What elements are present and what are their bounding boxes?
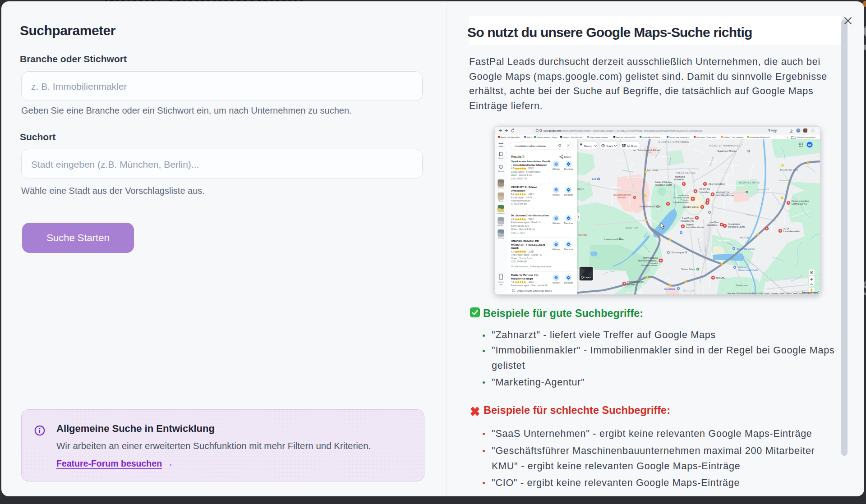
svg-text:Immobilien Münster: Immobilien Münster [716,194,734,197]
svg-text:immobilienmakler münster: immobilienmakler münster [515,145,546,147]
svg-text:Flaschenpost SE: Flaschenpost SE [672,252,687,254]
svg-text:Server-side tracking a...: Server-side tracking a... [669,136,690,138]
svg-text:app: app [499,284,502,285]
svg-text:IMMOBILIENMAKLER: IMMOBILIENMAKLER [511,240,539,243]
svg-text:Rating: Rating [584,144,592,147]
svg-text:(74): (74) [528,218,532,220]
svg-text:GmbH: GmbH [511,247,519,249]
svg-text:MAURITZ-OST: MAURITZ-OST [780,169,798,171]
svg-text:Immobilien...: Immobilien... [707,224,719,226]
svg-text:Open · Closes 6 pm ·: Open · Closes 6 pm · [511,174,534,176]
svg-text:Immobilienmakler: Immobilienmakler [627,281,644,283]
svg-text:Google: Google [683,289,695,293]
svg-text:Immobilien GmbH: Immobilien GmbH [655,184,672,186]
svg-text:Website: Website [553,282,560,284]
svg-text:Directions: Directions [564,282,573,284]
svg-text:Skaters Palace: Skaters Palace [681,268,695,270]
svg-text:DREIZLER: DREIZLER [700,188,710,191]
svg-text:Albers Immobilien: Albers Immobilien [709,183,725,185]
svg-text:GmbH & Co. KG: GmbH & Co. KG [792,203,807,205]
svg-text:Leads Alaia & Moritz ...: Leads Alaia & Moritz ... [642,136,663,138]
svg-text:Münster Immobilien..: Münster Immobilien.. [638,260,658,262]
svg-text:Neubrückenstraße: Neubrückenstraße [511,199,530,202]
svg-text:Get the: Get the [498,281,503,283]
svg-text:https​://www.routema...: https​://www.routema... [590,136,609,138]
svg-text:4.9: 4.9 [511,218,515,220]
svg-text:Altwetterzoo-Münster: Altwetterzoo-Münster [604,238,624,241]
svg-text:Immobilien Münster: Immobilien Münster [686,226,705,229]
svg-text:Technologiepark Münster: Technologiepark Münster [637,149,661,151]
svg-text:Immobilien GmbH: Immobilien GmbH [728,226,745,228]
svg-text:MÜNSTER-UPPENBERG: MÜNSTER-UPPENBERG [659,141,689,143]
svg-text:Münster: Münster [498,187,504,189]
svg-text:0251 59831730: 0251 59831730 [511,177,527,180]
svg-text:Müller & Fabritius: Müller & Fabritius [655,181,672,183]
svg-text:Immobilien 4K: Immobilien 4K [681,220,694,222]
svg-text:Directions: Directions [564,248,573,251]
svg-text:(60): (60) [528,167,532,170]
svg-text:Klätner Immobilien: Klätner Immobilien [792,200,809,202]
svg-text:Mainz: Mainz [499,200,503,202]
svg-text:01514 2363306: 01514 2363306 [511,203,527,206]
svg-text:Zentralfriedhof Münster: Zentralfriedhof Münster [640,206,661,208]
svg-text:NEUTOR: NEUTOR [647,170,658,172]
svg-text:Meerbu...: Meerbu... [497,225,505,227]
svg-text:Dugarän: Dugarän [686,224,694,226]
svg-text:www.google.com/maps/search/imm: www.google.com/maps/search/immobilienmak… [544,130,703,132]
svg-text:Ebert-Straße 110: Ebert-Straße 110 [511,225,529,227]
svg-text:Directions: Directions [564,222,573,225]
svg-text:Saved: Saved [498,157,503,159]
svg-text:Günstiges Cloud Hosti...: Günstiges Cloud Hosti... [696,136,718,138]
svg-text:KENSINGTON: KENSINGTON [716,192,729,194]
svg-text:On-site services · Online appo: On-site services · Online appointments [511,265,552,268]
svg-text:Münster-Loddenheide: Münster-Loddenheide [738,269,758,271]
svg-text:Josef Kröger: Josef Kröger [682,217,694,220]
svg-text:4.9: 4.9 [511,167,515,170]
svg-text:0251 39444998: 0251 39444998 [511,260,527,263]
svg-text:Slack: Slack [527,136,532,138]
svg-text:Markkauf: Markkauf [738,266,747,269]
svg-text:Margherita Magri: Margherita Magri [511,277,533,280]
svg-text:- ImmobilienCenter Münster: - ImmobilienCenter Münster [511,164,547,166]
svg-text:Recent release - Gogo...: Recent release - Gogo... [537,136,558,138]
svg-text:Hours: Hours [606,144,613,147]
svg-text:All filters: All filters [627,144,637,147]
svg-text:MAURITZ-MITTE: MAURITZ-MITTE [739,182,760,184]
svg-text:BAUHAUS Münster: BAUHAUS Münster [737,248,755,250]
svg-text:verkauf &: verkauf & [650,262,658,264]
svg-text:Lidl: Lidl [592,178,596,180]
svg-text:Website: Website [553,168,560,170]
svg-text:Layers: Layers [585,276,591,279]
svg-text:Estate agent · 53-54: Estate agent · 53-54 [511,196,532,199]
svg-text:CENTURY 21 Römer: CENTURY 21 Römer [511,186,537,188]
svg-text:BUSCHE...: BUSCHE... [716,277,727,279]
svg-text:»: » [787,136,788,139]
svg-text:Website: Website [553,222,560,225]
svg-text:Notion – The all-in-on...: Notion – The all-in-on... [563,136,584,138]
svg-text:KREUZVIERTEL: KREUZVIERTEL [676,172,696,174]
svg-text:architekten..: architekten.. [674,179,685,181]
svg-text:5.0: 5.0 [511,250,515,253]
svg-text:Immobilienmakler: Immobilienmakler [673,201,689,203]
svg-text:Münsterstraße..: Münsterstraße.. [779,179,792,181]
svg-text:Real estate agent · Friedrich-: Real estate agent · Friedrich- [511,221,541,224]
svg-text:Directions: Directions [564,194,573,196]
svg-text:Indonesia: Indonesia [497,213,505,215]
svg-text:Immobilienmakler..: Immobilienmakler.. [783,230,801,233]
svg-text:Universitätsklinikum: Universitätsklinikum [613,194,631,196]
svg-text:5.0: 5.0 [511,192,515,195]
svg-text:MediaMark: MediaMark [664,288,675,290]
svg-text:Anime Lofi Hiphop Mi...: Anime Lofi Hiphop Mi... [501,136,521,138]
svg-text:(20): (20) [528,192,532,195]
svg-text:Share: Share [564,156,571,158]
svg-text:Directions: Directions [564,168,573,170]
svg-text:Real estate agent · Kreuzstraß: Real estate agent · Kreuzstraße 36 [511,284,548,287]
svg-text:Marburg: Marburg [498,237,504,239]
svg-text:Münster I...: Münster I... [627,284,638,286]
svg-text:Website: Website [553,194,560,196]
svg-text:Paddle – The complet...: Paddle – The complet... [723,136,744,138]
svg-text:haushoch3: haushoch3 [675,176,685,178]
svg-text:Open · Closes 7 pm ·: Open · Closes 7 pm · [511,257,534,260]
svg-text:Dr. Schorn GmbH Immobilien: Dr. Schorn GmbH Immobilien [511,214,549,217]
svg-text:Sparkassen Immobilien GmbH: Sparkassen Immobilien GmbH [511,160,550,163]
